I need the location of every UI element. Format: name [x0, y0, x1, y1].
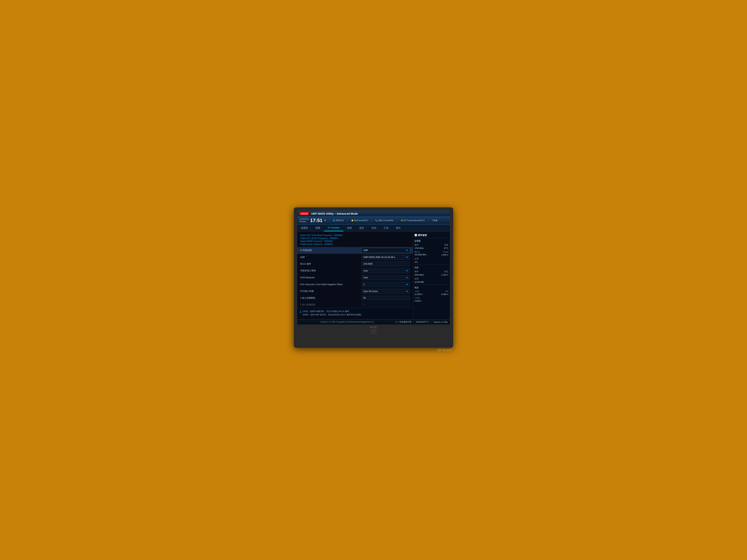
nav-item-boot[interactable]: 启动 [368, 225, 380, 231]
setting-label: Ai 智能超频 [300, 249, 362, 252]
setting-value-box[interactable]: 50 [362, 296, 410, 300]
nav-bar: 收藏夹 概要 Ai Tweaker 高级 监控 启动 工具 退出 [297, 224, 450, 232]
main-content: Target CPU Turbo-Mode Frequency : 5000MH… [297, 232, 450, 319]
wand-icon: ✨ [401, 219, 403, 222]
sidebar-bclk-label: BCLK [414, 251, 420, 253]
sidebar-title: 硬件监控 [418, 234, 427, 237]
nav-item-advanced[interactable]: 高级 [343, 225, 356, 231]
setting-label: SVID Behavior [300, 276, 362, 279]
sidebar-mem-freq-val-row: 2933 MHz 1.344 V [414, 273, 448, 276]
setting-value-box[interactable]: Auto ▼ [362, 268, 410, 273]
sidebar-vcore-label: Vcore [443, 251, 448, 253]
sidebar-divider-1 [414, 265, 448, 265]
bios-header: /ASUS UEFI BIOS Utility – Advanced Mode [297, 211, 450, 217]
sidebar-ratio-value: 37x [414, 261, 418, 263]
setting-cpu-ratio[interactable]: CPU核心倍频 Sync All Cores ▼ [297, 288, 413, 295]
setting-ai-overclocking[interactable]: Ai 智能超频 XMP ▼ [297, 247, 413, 254]
sidebar-mem-title: 内存 [414, 266, 448, 269]
hotkey-link[interactable]: ? 热键 [432, 219, 437, 222]
separator4: │ [396, 219, 398, 222]
monitor-outer: /ASUS UEFI BIOS Utility – Advanced Mode … [294, 207, 453, 348]
nav-item-tools[interactable]: 工具 [380, 225, 392, 231]
left-panel: Target CPU Turbo-Mode Frequency : 5000MH… [297, 232, 413, 319]
setting-value: 2 [363, 283, 365, 286]
last-modified-link[interactable]: 上一次的修改记录 [395, 321, 412, 323]
sidebar-12v-5v-val-row: 12.096 V 5.000 V [414, 293, 448, 296]
day-text: Monday [300, 220, 309, 223]
footer-sep2: │ [431, 321, 432, 323]
setting-label: 1 核心倍频限制 [300, 296, 362, 300]
setting-label: 华硕多核心增强 [300, 269, 362, 272]
setting-svid[interactable]: SVID Behavior Auto ▼ [297, 274, 413, 281]
footer-center: Version 2.17.1246. Copyright (C) 2019 Am… [320, 321, 375, 323]
sidebar-mem-freq-value: 2933 MHz [414, 274, 424, 276]
sidebar-mem-cap-label: 容量 [414, 277, 418, 280]
sidebar-temp-label: 温度 [444, 243, 448, 246]
dropdown-arrow-icon: ▼ [406, 256, 408, 259]
language-link[interactable]: 🌐 简体中文 [333, 219, 344, 222]
footer-right: 上一次的修改记录 │ EzMode(F7) ↵ │ Search on FAQ [395, 321, 447, 323]
globe-icon: 🌐 [333, 219, 335, 222]
info-text: [手动]：选择手动模式时，可以手动指定 BCLK 频率。 [XMP]：选择 XM… [303, 310, 363, 316]
sidebar-33v-value: 3.328 V [414, 300, 421, 302]
question-icon: ? [432, 219, 433, 221]
target-row-1: Target CPU Turbo-Mode Frequency : 5000MH… [300, 234, 410, 237]
separator5: │ [427, 219, 429, 222]
monitor-screen: /ASUS UEFI BIOS Utility – Advanced Mode … [297, 211, 450, 324]
sidebar-5v-value: 5.000 V [441, 293, 448, 295]
setting-xmp[interactable]: XMP XMP DDR4-3000 16-18-18-38-1. ▼ [297, 254, 413, 261]
setting-value-box[interactable]: -- [362, 302, 410, 307]
sidebar-33v-label: +3.3V [414, 297, 420, 299]
setting-label: CPU核心倍频 [300, 290, 362, 293]
target-row-4: Target Cache Frequency : 4400MHz [300, 243, 410, 245]
sidebar-voltage-title: 电压 [414, 286, 448, 289]
nav-item-monitor[interactable]: 监控 [356, 225, 368, 231]
setting-value: Sync All Cores [363, 290, 378, 293]
setting-value-box[interactable]: 2 ▼ [362, 282, 410, 287]
sidebar-33v-val-row: 3.328 V [414, 299, 448, 302]
setting-multicore[interactable]: 华硕多核心增强 Auto ▼ [297, 267, 413, 274]
monitor-container: /ASUS UEFI BIOS Utility – Advanced Mode … [294, 207, 453, 353]
bios-footer: Version 2.17.1246. Copyright (C) 2019 Am… [297, 319, 450, 324]
sidebar-ratio-label: 比率 [414, 258, 418, 260]
qfan-link[interactable]: 🔧 Qfan Control(F6) [375, 219, 393, 222]
sidebar-mem-freq-label: 频率 [414, 270, 418, 273]
info-line-2: [XMP]：选择 XMP 模式时，将会自动优化 BCLK 频率和内存参数。 [303, 313, 363, 317]
myfavorite-link[interactable]: ⭐ MyFavorite(F3) [351, 219, 368, 222]
setting-core2-limit[interactable]: 2 核心倍频限制 -- [297, 301, 413, 308]
nav-item-overview[interactable]: 概要 [312, 225, 324, 231]
nav-item-exit[interactable]: 退出 [392, 225, 405, 231]
sidebar-bclk-value: 100.0000 MHz [414, 254, 427, 256]
setting-value-box[interactable]: XMP ▼ [362, 248, 410, 253]
target-row-2: Target CPU @ AVX Frequency : 4800MHz [300, 237, 410, 240]
bios-time-bar: 10/26/2020 Monday 17:51 ⚙ │ 🌐 简体中文 │ ⭐ M… [297, 217, 450, 224]
setting-bclk[interactable]: BCLK 频率 100.0000 [297, 261, 413, 267]
setting-value-box[interactable]: XMP DDR4-3000 16-18-18-38-1. ▼ [362, 255, 410, 260]
setting-value: XMP DDR4-3000 16-18-18-38-1. [363, 256, 396, 259]
sidebar-freq-label: 频率 [414, 243, 418, 246]
nav-item-favorites[interactable]: 收藏夹 [297, 225, 312, 231]
footer-sep1: │ [413, 321, 414, 323]
setting-value: Auto [363, 269, 368, 272]
sidebar-ratio-val-row: 37x [414, 261, 448, 264]
setting-value: -- [363, 303, 365, 306]
info-icon: ℹ [300, 310, 301, 314]
ez-tuning-link[interactable]: ✨ EZ Tuning Wizard(F11) [401, 219, 425, 222]
benq-brand-bar: BenQ [297, 324, 450, 329]
date-text: 10/26/2020 [300, 218, 309, 220]
nav-item-ai-tweaker[interactable]: Ai Tweaker [324, 225, 343, 231]
dropdown-arrow-icon: ▼ [406, 249, 408, 252]
sidebar-freq-val-row: 3700 MHz 37°C [414, 247, 448, 250]
sidebar-mem-cap-label-row: 容量 [414, 277, 448, 281]
setting-value-box[interactable]: Sync All Cores ▼ [362, 289, 410, 294]
setting-core1-limit[interactable]: 1 核心倍频限制 50 [297, 295, 413, 301]
fan-icon: 🔧 [375, 219, 378, 222]
setting-value-box[interactable]: 100.0000 [362, 262, 410, 266]
setting-value-box[interactable]: Auto ▼ [362, 275, 410, 280]
time-display: 17:51 [310, 218, 323, 223]
ez-mode-link[interactable]: EzMode(F7) ↵ [416, 321, 430, 323]
setting-avx[interactable]: AVX Instruction Core Ratio Negative Offs… [297, 281, 413, 288]
gear-icon[interactable]: ⚙ [324, 219, 327, 222]
sidebar-mem-cap-value: 32768 MB [414, 281, 424, 283]
search-faq-link[interactable]: Search on FAQ [434, 321, 447, 323]
